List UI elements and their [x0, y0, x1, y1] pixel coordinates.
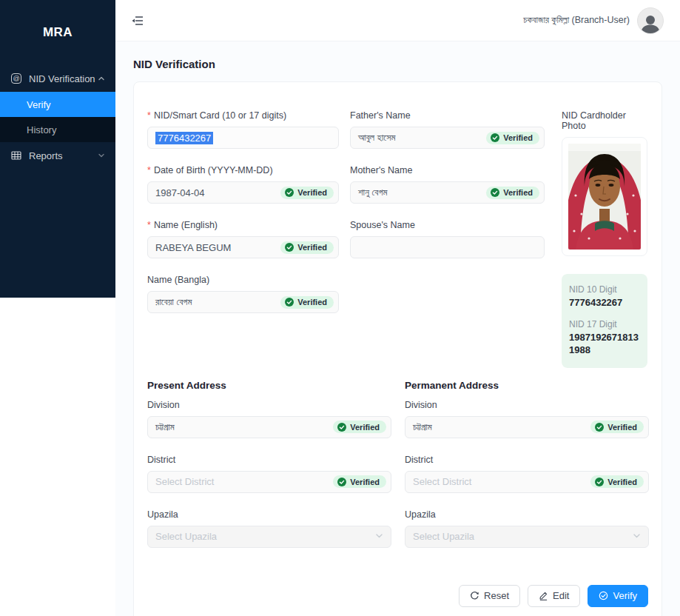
reports-table-icon [10, 150, 22, 161]
dob-input[interactable]: 1987-04-04 Verified [147, 181, 339, 204]
mother-field-label: Mother's Name [350, 165, 545, 175]
nid-verification-submenu: Verify History [0, 92, 115, 142]
brand-logo: MRA [0, 0, 115, 65]
check-circle-icon [491, 188, 499, 197]
edit-pencil-icon [539, 591, 548, 600]
page-title: NID Verification [133, 58, 662, 70]
present-district-select[interactable]: Select District Verified [147, 471, 391, 493]
photo-label: NID Cardholder Photo [562, 110, 647, 131]
name-en-input-value: RABEYA BEGUM [155, 242, 231, 253]
verify-check-icon [599, 591, 608, 600]
present-upazila-select[interactable]: Select Upazila [147, 526, 391, 548]
menu-fold-icon[interactable] [127, 10, 148, 31]
father-input[interactable]: আবুল হাসেম Verified [350, 127, 545, 149]
permanent-division-value: চট্টগ্রাম [413, 421, 432, 433]
present-address-section: Present Address Division চট্টগ্রাম Verif… [147, 380, 391, 564]
app-window: MRA @ NID Verification Verify History [0, 0, 680, 616]
sidebar: MRA @ NID Verification Verify History [0, 0, 115, 616]
spouse-input[interactable] [350, 236, 545, 258]
nid17-value: 19871926718131988 [569, 332, 640, 356]
nid-digits-panel: NID 10 Digit 7776432267 NID 17 Digit 198… [562, 274, 647, 368]
check-circle-icon [285, 243, 294, 252]
mother-input-value: শানু বেগম [358, 187, 387, 198]
permanent-address-title: Permanent Address [405, 380, 649, 391]
verified-badge: Verified [486, 187, 539, 199]
nid-verification-icon: @ [10, 73, 22, 84]
sidebar-item-label: History [27, 124, 56, 135]
reset-icon [470, 591, 479, 600]
name-bn-input[interactable]: রাবেয়া বেগম Verified [147, 291, 339, 313]
sidebar-item-label: NID Verification [29, 73, 98, 84]
nid10-label: NID 10 Digit [569, 284, 640, 295]
reset-button[interactable]: Reset [459, 585, 520, 607]
content-area: চকবাজার কুমিল্লা (Branch-User) NID Verif… [115, 0, 680, 616]
sidebar-item-label: Verify [27, 99, 51, 110]
verified-badge: Verified [590, 421, 644, 433]
verified-badge: Verified [590, 475, 644, 488]
sidebar-item-history[interactable]: History [0, 117, 115, 142]
verified-badge: Verified [333, 475, 386, 488]
present-district-placeholder: Select District [155, 476, 214, 487]
dob-field-label: *Date of Birth (YYYY-MM-DD) [147, 165, 339, 175]
permanent-upazila-select[interactable]: Select Upazila [405, 526, 649, 548]
nid10-value: 7776432267 [569, 297, 640, 309]
check-circle-icon [285, 298, 294, 307]
father-input-value: আবুল হাসেম [358, 132, 396, 144]
nid-cardholder-photo [562, 137, 647, 256]
check-circle-icon [595, 423, 604, 432]
present-address-title: Present Address [147, 380, 391, 391]
name-en-input[interactable]: RABEYA BEGUM Verified [147, 236, 339, 258]
permanent-district-placeholder: Select District [413, 476, 471, 487]
check-circle-icon [337, 478, 346, 486]
present-division-input[interactable]: চট্টগ্রাম Verified [147, 416, 391, 438]
check-circle-icon [285, 188, 294, 197]
nid17-label: NID 17 Digit [569, 319, 640, 329]
check-circle-icon [595, 478, 604, 486]
verified-badge: Verified [486, 132, 539, 144]
father-field-label: Father's Name [350, 110, 545, 121]
verify-button[interactable]: Verify [588, 585, 648, 607]
top-bar: চকবাজার কুমিল্লা (Branch-User) [115, 0, 680, 41]
permanent-division-label: Division [405, 400, 649, 410]
nid-verification-card: *NID/Smart Card (10 or 17 digits) 777643… [133, 81, 662, 616]
user-label: চকবাজার কুমিল্লা (Branch-User) [523, 15, 630, 26]
action-buttons: Reset Edit Verify [147, 585, 648, 607]
present-upazila-placeholder: Select Upazila [155, 531, 217, 542]
permanent-district-label: District [405, 455, 649, 465]
verified-badge: Verified [280, 241, 334, 254]
present-division-label: Division [147, 400, 391, 410]
verified-badge: Verified [280, 187, 334, 199]
edit-button[interactable]: Edit [528, 585, 580, 607]
user-area: চকবাজার কুমিল্লা (Branch-User) [523, 7, 664, 34]
permanent-address-section: Permanent Address Division চট্টগ্রাম Ver… [405, 380, 649, 564]
required-marker: * [147, 165, 151, 175]
sidebar-item-nid-verification[interactable]: @ NID Verification [0, 65, 115, 92]
name-en-field-label: *Name (English) [147, 220, 339, 230]
spouse-field-label: Spouse's Name [350, 220, 545, 230]
user-avatar[interactable] [637, 7, 664, 34]
required-marker: * [147, 220, 151, 230]
main-panel: NID Verification *NID/Smart Card (10 or … [115, 41, 680, 616]
chevron-up-icon [98, 73, 105, 84]
name-bn-field-label: Name (Bangla) [147, 275, 339, 285]
present-upazila-label: Upazila [147, 509, 391, 520]
permanent-upazila-label: Upazila [405, 509, 649, 520]
permanent-district-select[interactable]: Select District Verified [405, 471, 649, 493]
check-circle-icon [491, 133, 499, 142]
chevron-down-icon [98, 150, 105, 161]
permanent-division-input[interactable]: চট্টগ্রাম Verified [405, 416, 649, 438]
sidebar-item-reports[interactable]: Reports [0, 142, 115, 169]
required-marker: * [147, 110, 151, 121]
mother-input[interactable]: শানু বেগম Verified [350, 181, 545, 204]
nid-input[interactable]: 7776432267 [147, 127, 339, 149]
sidebar-item-label: Reports [29, 150, 98, 161]
verified-badge: Verified [333, 421, 386, 433]
sidebar-item-verify[interactable]: Verify [0, 92, 115, 117]
chevron-down-icon [633, 531, 644, 542]
check-circle-icon [337, 423, 346, 432]
name-bn-input-value: রাবেয়া বেগম [155, 296, 192, 308]
nid-input-value: 7776432267 [155, 132, 213, 144]
present-division-value: চট্টগ্রাম [155, 421, 175, 433]
present-district-label: District [147, 455, 391, 465]
nid-field-label: *NID/Smart Card (10 or 17 digits) [147, 110, 339, 121]
